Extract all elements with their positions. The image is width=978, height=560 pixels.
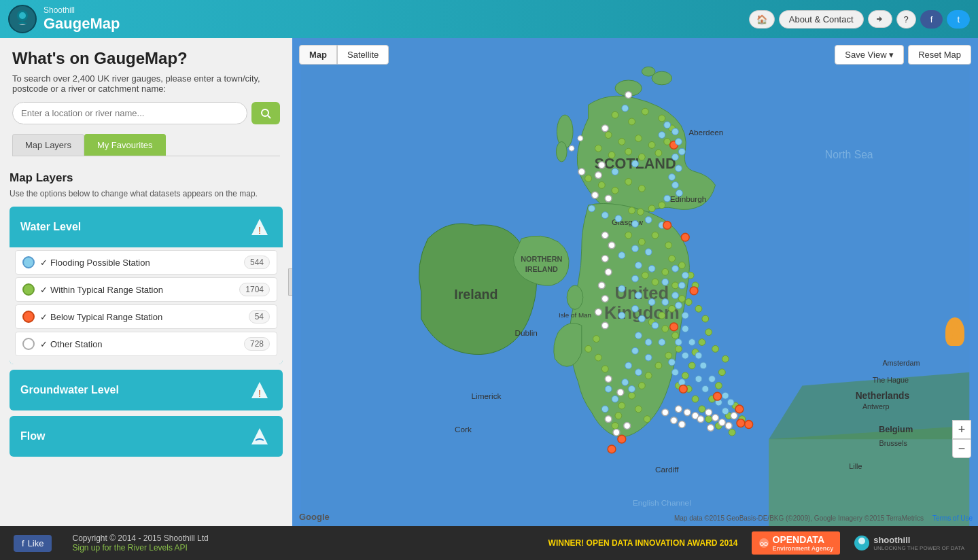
svg-point-164 [672, 265, 679, 272]
zoom-in-button[interactable]: + [952, 420, 971, 439]
map-tab-map[interactable]: Map [299, 45, 337, 65]
svg-point-146 [635, 369, 642, 376]
svg-point-115 [622, 105, 629, 111]
twitter-button[interactable]: t [947, 10, 970, 29]
svg-point-81 [615, 413, 622, 419]
tab-my-favourites[interactable]: My Favourites [84, 134, 166, 156]
search-input[interactable] [12, 102, 247, 124]
svg-point-126 [645, 249, 652, 256]
svg-point-158 [688, 339, 695, 346]
svg-point-175 [601, 125, 608, 132]
svg-point-113 [595, 354, 601, 361]
svg-point-130 [662, 279, 669, 285]
svg-point-194 [662, 409, 669, 416]
within-range-dot [22, 283, 35, 296]
water-level-icon: ! [247, 215, 272, 239]
sidebar-collapse-button[interactable]: ‹ [288, 268, 292, 296]
zoom-out-button[interactable]: − [952, 439, 971, 458]
api-link[interactable]: Sign up for the River Levels API [72, 543, 187, 553]
svg-point-107 [729, 429, 735, 436]
main-layout: ‹ What's on GaugeMap? To search over 2,4… [0, 38, 978, 526]
svg-line-239 [952, 336, 954, 343]
tab-map-layers[interactable]: Map Layers [12, 134, 84, 156]
other-station-item[interactable]: ✓ Other Station 728 [15, 332, 277, 356]
svg-point-229 [676, 190, 682, 196]
within-range-item[interactable]: ✓ Within Typical Range Station 1704 [15, 277, 277, 302]
svg-point-69 [669, 305, 676, 312]
svg-rect-236 [952, 328, 958, 336]
fb-icon: f [22, 538, 24, 548]
about-contact-button[interactable]: About & Contact [779, 10, 864, 29]
reset-map-button[interactable]: Reset Map [908, 45, 971, 65]
svg-point-186 [601, 296, 608, 302]
svg-text:North Sea: North Sea [825, 149, 873, 160]
svg-text:Amsterdam: Amsterdam [882, 359, 920, 367]
svg-point-211 [670, 323, 678, 331]
help-button[interactable]: ? [896, 10, 916, 29]
svg-point-84 [644, 416, 650, 423]
svg-point-14 [556, 141, 567, 162]
svg-point-176 [578, 169, 585, 175]
map-canvas[interactable]: SCOTLAND NORTHERN IRELAND Ireland United… [292, 38, 978, 526]
login-button[interactable] [868, 10, 892, 28]
svg-point-131 [632, 275, 639, 282]
groundwater-level-header[interactable]: Groundwater Level ! [10, 370, 283, 410]
svg-point-156 [676, 339, 682, 346]
home-button[interactable]: 🏠 [749, 10, 775, 29]
svg-text:OD: OD [760, 541, 768, 547]
groundwater-level-icon: ! [247, 378, 272, 402]
svg-point-185 [598, 282, 605, 289]
flooding-possible-item[interactable]: ✓ Flooding Possible Station 544 [15, 250, 277, 275]
svg-point-58 [638, 185, 645, 192]
search-button[interactable] [251, 102, 280, 124]
svg-point-102 [705, 416, 712, 423]
svg-point-232 [648, 205, 655, 212]
svg-point-64 [662, 268, 669, 275]
map-area[interactable]: Map Satellite Save View ▾ Reset Map [292, 38, 978, 526]
svg-point-203 [725, 423, 732, 430]
svg-point-157 [682, 326, 688, 332]
save-view-button[interactable]: Save View ▾ [835, 45, 904, 65]
map-layers-title: Map Layers [10, 171, 283, 185]
svg-point-70 [659, 312, 665, 319]
svg-point-72 [662, 326, 669, 332]
pegman-icon[interactable] [945, 317, 964, 346]
within-range-count: 1704 [239, 283, 270, 296]
search-area [12, 102, 280, 124]
svg-marker-8 [251, 428, 268, 444]
facebook-button[interactable]: f [920, 10, 943, 29]
svg-point-63 [669, 256, 676, 262]
svg-point-53 [655, 150, 662, 156]
flow-header[interactable]: Flow [10, 416, 283, 457]
svg-point-177 [598, 162, 605, 169]
svg-point-189 [605, 376, 612, 383]
below-range-item[interactable]: ✓ Below Typical Range Station 54 [15, 304, 277, 329]
water-level-header[interactable]: Water Level ! [10, 207, 283, 247]
svg-point-86 [695, 305, 702, 312]
svg-point-199 [697, 416, 704, 423]
svg-point-165 [695, 352, 702, 359]
svg-point-190 [617, 389, 624, 396]
svg-point-142 [659, 339, 665, 346]
svg-point-173 [727, 399, 734, 406]
svg-point-205 [708, 424, 714, 431]
svg-point-39 [612, 111, 618, 118]
svg-point-85 [685, 299, 692, 306]
facebook-like-button[interactable]: f Like [14, 535, 52, 552]
svg-point-12 [642, 67, 655, 76]
svg-point-187 [595, 309, 601, 315]
svg-point-153 [672, 369, 679, 376]
svg-point-184 [605, 268, 612, 275]
within-range-check: ✓ [40, 285, 48, 295]
svg-point-100 [722, 355, 729, 362]
svg-text:NORTHERN: NORTHERN [521, 255, 562, 263]
svg-point-215 [737, 419, 745, 427]
svg-point-183 [601, 256, 608, 262]
svg-text:Isle of Man: Isle of Man [559, 311, 591, 319]
terms-of-use-link[interactable]: Terms of Use [932, 514, 973, 522]
flooding-possible-label: Flooding Possible Station [50, 258, 244, 268]
shoothill-footer: shoothill UNLOCKING THE POWER OF DATA [854, 535, 964, 551]
svg-point-66 [642, 272, 648, 279]
map-tab-satellite[interactable]: Satellite [337, 45, 389, 65]
groundwater-level-section: Groundwater Level ! [10, 370, 283, 410]
